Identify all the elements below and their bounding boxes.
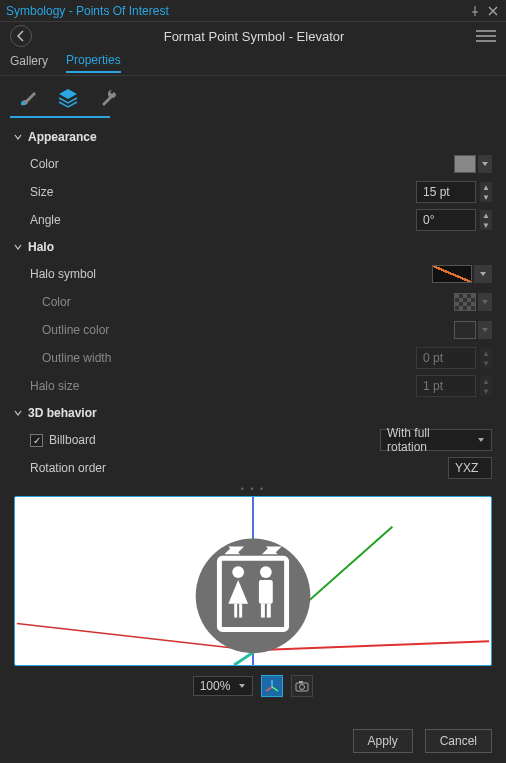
svg-rect-12: [239, 604, 242, 618]
label-halo-color: Color: [42, 295, 71, 309]
halo-color-dropdown[interactable]: [478, 293, 492, 311]
properties-panel: Appearance Color Size 15 pt ▲▼ Angle 0° …: [0, 118, 506, 482]
tab-gallery[interactable]: Gallery: [10, 54, 48, 72]
label-halo-size: Halo size: [30, 379, 79, 393]
preview-toolbar: 100%: [0, 672, 506, 700]
page-title: Format Point Symbol - Elevator: [40, 29, 468, 44]
angle-spinner[interactable]: ▲▼: [480, 210, 492, 230]
halo-symbol-dropdown[interactable]: [474, 265, 492, 283]
apply-button[interactable]: Apply: [353, 729, 413, 753]
header-row: Format Point Symbol - Elevator: [0, 22, 506, 50]
label-billboard: Billboard: [49, 433, 96, 447]
halo-outline-width-value: 0 pt: [423, 351, 443, 365]
rotation-order-value: YXZ: [455, 461, 478, 475]
cancel-button[interactable]: Cancel: [425, 729, 492, 753]
svg-rect-22: [299, 681, 303, 683]
row-halo-symbol: Halo symbol: [14, 260, 492, 288]
svg-point-13: [260, 566, 272, 578]
halo-outline-color-well[interactable]: [454, 321, 476, 339]
size-spinner[interactable]: ▲▼: [480, 182, 492, 202]
rotation-order-dropdown[interactable]: YXZ: [448, 457, 492, 479]
layers-icon[interactable]: [56, 86, 80, 110]
sub-tab-icons: [0, 76, 506, 116]
row-halo-outline-width: Outline width 0 pt ▲▼: [14, 344, 492, 372]
footer-buttons: Apply Cancel: [353, 729, 492, 753]
halo-outline-width-input[interactable]: 0 pt: [416, 347, 476, 369]
svg-rect-15: [261, 604, 265, 618]
camera-icon[interactable]: [291, 675, 313, 697]
chevron-down-icon: [14, 406, 24, 420]
label-halo-symbol: Halo symbol: [30, 267, 96, 281]
svg-point-6: [196, 539, 311, 654]
svg-rect-14: [259, 580, 273, 604]
brush-icon[interactable]: [16, 86, 40, 110]
angle-value: 0°: [423, 213, 434, 227]
svg-point-10: [232, 566, 244, 578]
row-angle: Angle 0° ▲▼: [14, 206, 492, 234]
billboard-mode-dropdown[interactable]: With full rotation: [380, 429, 492, 451]
svg-rect-16: [267, 604, 271, 618]
panel-title: Symbology - Points Of Interest: [6, 4, 169, 18]
svg-line-19: [272, 687, 278, 691]
group-3d-behavior[interactable]: 3D behavior: [14, 406, 492, 420]
billboard-mode-value: With full rotation: [387, 426, 471, 454]
angle-input[interactable]: 0°: [416, 209, 476, 231]
zoom-value: 100%: [200, 679, 231, 693]
label-halo-outline-color: Outline color: [42, 323, 109, 337]
close-icon[interactable]: [486, 4, 500, 18]
menu-icon[interactable]: [476, 30, 496, 42]
label-size: Size: [30, 185, 53, 199]
halo-size-input[interactable]: 1 pt: [416, 375, 476, 397]
group-3d-behavior-label: 3D behavior: [28, 406, 97, 420]
group-halo[interactable]: Halo: [14, 240, 492, 254]
halo-color-well[interactable]: [454, 293, 476, 311]
row-color: Color: [14, 150, 492, 178]
symbol-preview[interactable]: [14, 496, 492, 666]
label-angle: Angle: [30, 213, 61, 227]
zoom-dropdown[interactable]: 100%: [193, 676, 254, 696]
row-halo-color: Color: [14, 288, 492, 316]
splitter-handle[interactable]: • • •: [0, 486, 506, 492]
group-halo-label: Halo: [28, 240, 54, 254]
chevron-down-icon: [14, 130, 24, 144]
halo-size-value: 1 pt: [423, 379, 443, 393]
color-dropdown[interactable]: [478, 155, 492, 173]
row-halo-size: Halo size 1 pt ▲▼: [14, 372, 492, 400]
row-size: Size 15 pt ▲▼: [14, 178, 492, 206]
group-appearance-label: Appearance: [28, 130, 97, 144]
row-billboard: ✓ Billboard With full rotation: [14, 426, 492, 454]
chevron-down-icon: [14, 240, 24, 254]
back-button[interactable]: [10, 25, 32, 47]
row-rotation-order: Rotation order YXZ: [14, 454, 492, 482]
group-appearance[interactable]: Appearance: [14, 130, 492, 144]
billboard-checkbox[interactable]: ✓: [30, 434, 43, 447]
color-well[interactable]: [454, 155, 476, 173]
tab-properties[interactable]: Properties: [66, 53, 121, 73]
label-halo-outline-width: Outline width: [42, 351, 111, 365]
svg-point-21: [300, 685, 305, 690]
tab-bar: Gallery Properties: [0, 50, 506, 76]
wrench-icon[interactable]: [96, 86, 120, 110]
size-value: 15 pt: [423, 185, 450, 199]
halo-symbol-well[interactable]: [432, 265, 472, 283]
halo-outline-width-spinner[interactable]: ▲▼: [480, 348, 492, 368]
pin-icon[interactable]: [468, 4, 482, 18]
label-rotation-order: Rotation order: [30, 461, 106, 475]
row-halo-outline-color: Outline color: [14, 316, 492, 344]
svg-rect-11: [234, 604, 237, 618]
size-input[interactable]: 15 pt: [416, 181, 476, 203]
title-bar: Symbology - Points Of Interest: [0, 0, 506, 22]
halo-size-spinner[interactable]: ▲▼: [480, 376, 492, 396]
halo-outline-color-dropdown[interactable]: [478, 321, 492, 339]
svg-point-0: [21, 101, 25, 105]
svg-line-18: [266, 687, 272, 691]
label-color: Color: [30, 157, 59, 171]
axes-toggle-icon[interactable]: [261, 675, 283, 697]
svg-line-3: [253, 641, 489, 650]
